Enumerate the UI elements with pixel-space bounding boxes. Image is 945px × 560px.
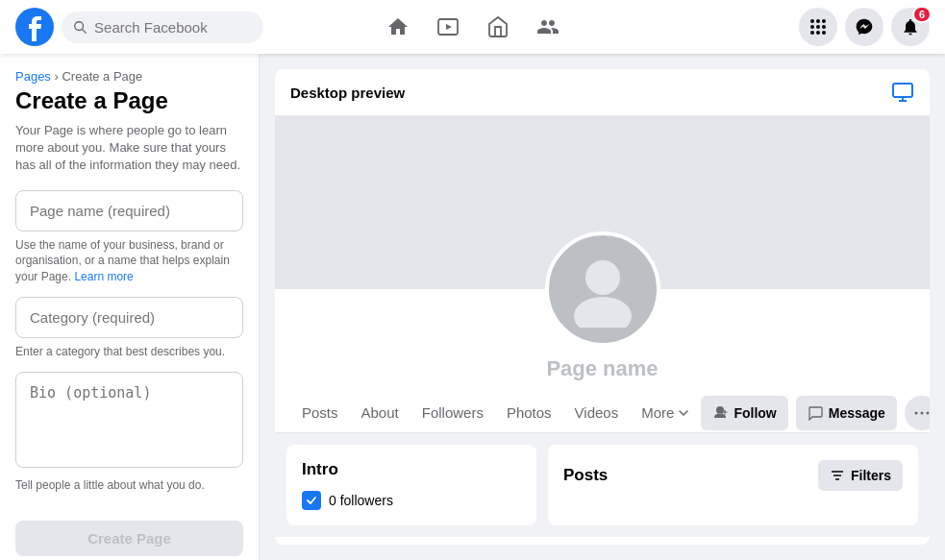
svg-marker-4 (446, 24, 452, 30)
avatar-container (545, 231, 660, 347)
more-actions-button[interactable] (905, 396, 930, 430)
bio-input[interactable] (15, 372, 243, 468)
learn-more-link[interactable]: Learn more (74, 270, 133, 283)
svg-point-8 (810, 25, 814, 29)
svg-point-6 (816, 19, 820, 23)
page-content: Intro 0 followers Posts Filters (275, 433, 930, 537)
tabs-left: Posts About Followers Photos Videos More (290, 393, 701, 432)
search-icon (73, 19, 87, 35)
messenger-button[interactable] (845, 8, 883, 46)
chevron-down-icon (678, 407, 689, 419)
svg-point-5 (810, 19, 814, 23)
preview-page-name: Page name (275, 356, 930, 393)
breadcrumb: Pages › Create a Page (15, 69, 243, 84)
filters-icon (830, 468, 845, 483)
category-group: Enter a category that best describes you… (15, 297, 243, 360)
bio-group: Tell people a little about what you do. (15, 372, 243, 494)
breadcrumb-parent-link[interactable]: Pages (15, 69, 51, 84)
posts-card-header: Posts Filters (563, 460, 903, 491)
svg-point-17 (585, 260, 620, 295)
posts-title: Posts (563, 466, 608, 485)
svg-point-9 (816, 25, 820, 29)
preview-container: Desktop preview Page name (275, 69, 930, 545)
preview-title: Desktop preview (290, 85, 405, 101)
tab-more[interactable]: More (630, 393, 701, 432)
page-tabs: Posts About Followers Photos Videos More… (275, 393, 930, 433)
watch-nav-button[interactable] (425, 4, 471, 50)
breadcrumb-current: Create a Page (62, 69, 142, 84)
groups-nav-button[interactable] (525, 4, 571, 50)
svg-point-21 (926, 411, 929, 414)
verified-icon (302, 491, 321, 510)
svg-point-7 (822, 19, 826, 23)
svg-point-12 (816, 31, 820, 35)
checkmark-icon (306, 495, 317, 506)
category-input[interactable] (15, 297, 243, 338)
tab-posts[interactable]: Posts (290, 393, 350, 432)
message-icon (808, 405, 823, 421)
page-name-hint: Use the name of your business, brand or … (15, 237, 243, 285)
page-description: Your Page is where people go to learn mo… (15, 122, 243, 175)
followers-row: 0 followers (302, 491, 521, 510)
page-name-group: Use the name of your business, brand or … (15, 190, 243, 285)
avatar (545, 231, 660, 347)
page-title: Create a Page (15, 87, 243, 114)
top-navigation: 6 (0, 0, 945, 54)
followers-count: 0 followers (329, 493, 393, 508)
svg-point-11 (810, 31, 814, 35)
intro-title: Intro (302, 460, 521, 479)
svg-point-13 (822, 31, 826, 35)
ellipsis-icon (914, 411, 930, 415)
main-layout: Pages › Create a Page Create a Page Your… (0, 54, 945, 560)
nav-center (320, 4, 625, 50)
search-bar[interactable] (62, 12, 263, 43)
nav-left (15, 8, 320, 46)
follow-icon (712, 405, 728, 421)
home-nav-button[interactable] (375, 4, 421, 50)
create-page-button[interactable]: Create Page (15, 521, 243, 556)
category-hint: Enter a category that best describes you… (15, 344, 243, 360)
filters-button[interactable]: Filters (818, 460, 903, 491)
preview-header: Desktop preview (275, 69, 930, 116)
bio-hint: Tell people a little about what you do. (15, 477, 243, 494)
follow-button[interactable]: Follow (701, 396, 787, 430)
desktop-preview-icon (891, 81, 914, 104)
svg-point-19 (914, 411, 917, 414)
notification-badge: 6 (912, 6, 932, 23)
intro-card: Intro 0 followers (286, 445, 536, 525)
tabs-right: Follow Message (701, 396, 930, 430)
facebook-logo-icon[interactable] (15, 8, 54, 46)
tab-videos[interactable]: Videos (563, 393, 631, 432)
search-input[interactable] (94, 19, 252, 36)
svg-point-18 (574, 297, 632, 328)
svg-point-20 (920, 411, 923, 414)
avatar-placeholder-icon (564, 251, 641, 328)
tab-about[interactable]: About (350, 393, 410, 432)
message-button[interactable]: Message (796, 396, 897, 430)
page-name-input[interactable] (15, 190, 243, 231)
nav-right: 6 (625, 8, 930, 46)
tab-photos[interactable]: Photos (495, 393, 563, 432)
cover-photo-area (275, 116, 930, 289)
tab-followers[interactable]: Followers (410, 393, 495, 432)
svg-line-2 (83, 30, 87, 34)
marketplace-nav-button[interactable] (475, 4, 521, 50)
left-panel: Pages › Create a Page Create a Page Your… (0, 54, 260, 560)
svg-point-10 (822, 25, 826, 29)
posts-card: Posts Filters (548, 445, 918, 525)
right-panel: Desktop preview Page name (260, 54, 945, 560)
notifications-button[interactable]: 6 (891, 8, 930, 46)
apps-button[interactable] (799, 8, 837, 46)
svg-rect-14 (893, 84, 912, 97)
